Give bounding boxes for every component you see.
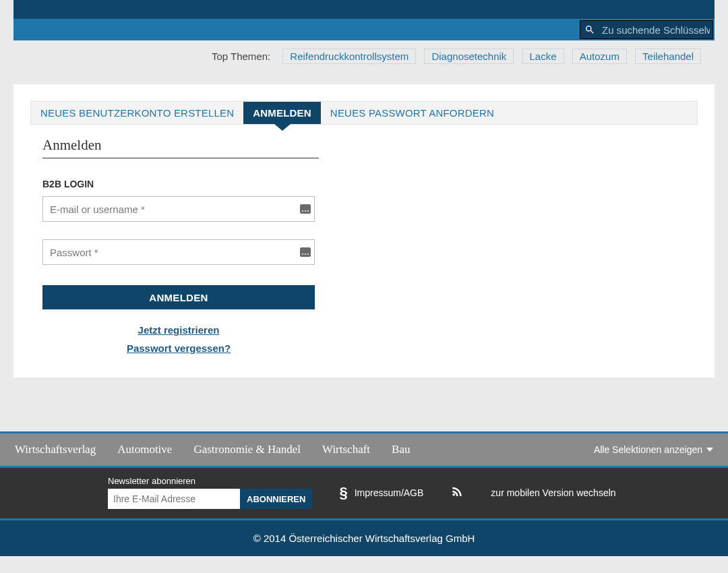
password-field-wrap xyxy=(42,239,315,265)
footer-cat[interactable]: Bau xyxy=(392,443,410,456)
tab-new-account[interactable]: NEUES BENUTZERKONTO ERSTELLEN xyxy=(31,102,243,124)
mobile-label: zur mobilen Version wechseln xyxy=(491,487,615,498)
impressum-link[interactable]: § Impressum/AGB xyxy=(339,484,423,502)
top-themes-bar: Top Themen: Reifendruckkontrollsystem Di… xyxy=(13,49,715,64)
newsletter-label: Newsletter abonnieren xyxy=(108,476,312,486)
password-field[interactable] xyxy=(42,239,315,265)
footer-dark-row: Newsletter abonnieren ABONNIEREN § Impre… xyxy=(0,468,728,518)
rss-link[interactable] xyxy=(450,485,464,500)
newsletter-input[interactable] xyxy=(108,489,240,509)
theme-link[interactable]: Autozum xyxy=(572,49,627,64)
chevron-down-icon xyxy=(706,448,713,452)
mobile-version-link[interactable]: zur mobilen Version wechseln xyxy=(491,487,615,498)
footer-categories: Wirtschaftsverlag Automotive Gastronomie… xyxy=(0,431,728,468)
input-suffix-icon xyxy=(300,247,311,257)
b2b-login-label: B2B LOGIN xyxy=(42,179,698,189)
top-themes-label: Top Themen: xyxy=(212,51,270,62)
header-dark-bar xyxy=(13,0,715,19)
impressum-label: Impressum/AGB xyxy=(355,487,424,498)
newsletter-button[interactable]: ABONNIEREN xyxy=(240,489,312,509)
tab-login[interactable]: ANMELDEN xyxy=(243,102,321,124)
footer-cat[interactable]: Wirtschaftsverlag xyxy=(15,443,96,456)
input-suffix-icon xyxy=(300,204,311,214)
footer-cat[interactable]: Automotive xyxy=(117,443,172,456)
footer-cat[interactable]: Gastronomie & Handel xyxy=(193,443,301,456)
auth-tabs: NEUES BENUTZERKONTO ERSTELLEN ANMELDEN N… xyxy=(30,101,698,125)
search-box xyxy=(580,20,713,39)
paragraph-icon: § xyxy=(339,484,347,502)
tab-new-password[interactable]: NEUES PASSWORT ANFORDERN xyxy=(321,102,504,124)
theme-link[interactable]: Teilehandel xyxy=(635,49,701,64)
search-input[interactable] xyxy=(599,21,712,38)
email-field-wrap xyxy=(42,196,315,222)
register-link[interactable]: Jetzt registrieren xyxy=(42,324,315,336)
theme-link[interactable]: Reifendruckkontrollsystem xyxy=(282,49,416,64)
show-all-label: Alle Selektionen anzeigen xyxy=(594,444,702,455)
footer: Wirtschaftsverlag Automotive Gastronomie… xyxy=(0,431,728,556)
header-blue-bar xyxy=(13,19,715,40)
forgot-password-link[interactable]: Passwort vergessen? xyxy=(42,342,315,354)
copyright: © 2014 Österreichischer Wirtschaftsverla… xyxy=(0,518,728,556)
email-field[interactable] xyxy=(42,196,315,222)
theme-link[interactable]: Diagnosetechnik xyxy=(424,49,514,64)
login-button[interactable]: ANMELDEN xyxy=(42,285,315,309)
search-icon[interactable] xyxy=(580,21,599,38)
footer-cat[interactable]: Wirtschaft xyxy=(322,443,370,456)
rss-icon xyxy=(450,485,464,500)
login-title: Anmelden xyxy=(42,137,319,158)
show-all-selections[interactable]: Alle Selektionen anzeigen xyxy=(594,444,713,455)
login-card: NEUES BENUTZERKONTO ERSTELLEN ANMELDEN N… xyxy=(13,84,715,378)
login-links: Jetzt registrieren Passwort vergessen? xyxy=(42,324,315,354)
theme-link[interactable]: Lacke xyxy=(522,49,564,64)
newsletter-block: Newsletter abonnieren ABONNIEREN xyxy=(108,476,312,509)
